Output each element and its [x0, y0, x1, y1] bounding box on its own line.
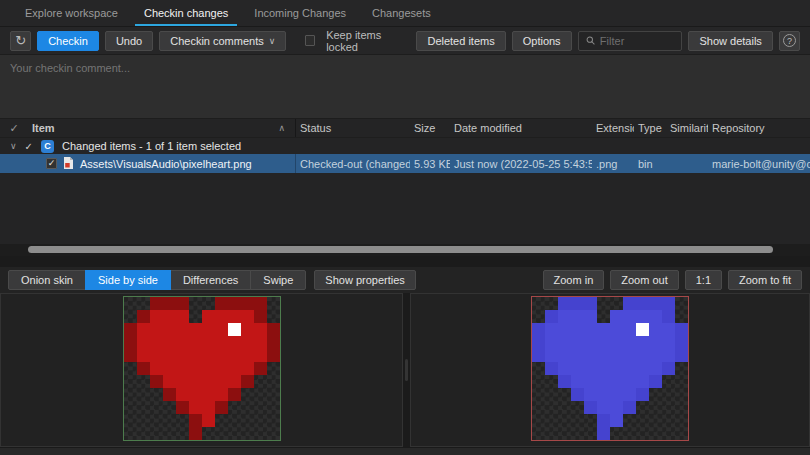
- sort-ascending-icon: ∧: [278, 123, 285, 133]
- table-header-row: ✓ Item ∧ Status Size Date modified Exten…: [0, 119, 810, 138]
- pending-changes-table: ✓ Item ∧ Status Size Date modified Exten…: [0, 119, 810, 256]
- chevron-down-icon: ∨: [269, 36, 276, 46]
- file-type: bin: [634, 158, 666, 170]
- checkin-comment-area: [0, 54, 810, 119]
- zoom-controls: Zoom in Zoom out 1:1 Zoom to fit: [543, 270, 802, 290]
- select-all-check[interactable]: ✓: [0, 122, 28, 135]
- diff-pane-previous: [0, 293, 403, 447]
- column-header-type[interactable]: Type: [634, 122, 666, 134]
- side-by-side-button[interactable]: Side by side: [85, 270, 171, 290]
- file-row-checkbox[interactable]: ✓: [46, 158, 57, 169]
- table-empty-area: [0, 173, 810, 244]
- file-row-pixelheart[interactable]: ✓ Assets\VisualsAudio\pixelheart.png Che…: [0, 154, 810, 173]
- checkin-comment-input[interactable]: [0, 55, 810, 118]
- file-repository: marie-bolt@unity@clou: [708, 158, 810, 170]
- column-header-repository[interactable]: Repository: [708, 122, 810, 134]
- show-details-button[interactable]: Show details: [688, 31, 772, 51]
- column-header-status[interactable]: Status: [296, 122, 410, 134]
- help-button[interactable]: ?: [779, 31, 800, 51]
- horizontal-scrollbar-thumb[interactable]: [28, 246, 773, 253]
- options-button[interactable]: Options: [512, 31, 572, 51]
- bottom-status-strip: [0, 447, 810, 455]
- column-header-extension[interactable]: Extension: [592, 122, 634, 134]
- tab-checkin-changes[interactable]: Checkin changes: [131, 0, 241, 26]
- changed-category-badge: C: [41, 140, 54, 153]
- diff-mode-group: Onion skin Side by side Differences Swip…: [8, 270, 306, 290]
- file-date-modified: Just now (2022-05-25 5:43:52 PM): [450, 158, 592, 170]
- current-image-blue-heart: [531, 296, 689, 441]
- zoom-in-button[interactable]: Zoom in: [543, 270, 605, 290]
- checkin-comments-dropdown[interactable]: Checkin comments ∨: [159, 31, 286, 51]
- column-header-date-modified[interactable]: Date modified: [450, 122, 592, 134]
- filter-input[interactable]: [600, 35, 675, 47]
- horizontal-scrollbar[interactable]: [0, 244, 810, 256]
- version-control-window: Explore workspace Checkin changes Incomi…: [0, 0, 810, 455]
- onion-skin-button[interactable]: Onion skin: [8, 270, 86, 290]
- filter-field-wrap: [578, 31, 683, 51]
- tab-incoming-changes[interactable]: Incoming Changes: [241, 0, 359, 26]
- checkin-toolbar: ↻ Checkin Undo Checkin comments ∨ Keep i…: [0, 27, 810, 54]
- file-status: Checked-out (changed): [296, 158, 410, 170]
- group-check-icon[interactable]: ✓: [25, 141, 33, 152]
- differences-button[interactable]: Differences: [170, 270, 251, 290]
- swipe-button[interactable]: Swipe: [250, 270, 306, 290]
- image-diff-area: [0, 293, 810, 447]
- keep-items-locked-label: Keep items locked: [326, 29, 404, 53]
- checkin-button[interactable]: Checkin: [37, 31, 99, 51]
- diff-toolbar: Onion skin Side by side Differences Swip…: [0, 267, 810, 293]
- keep-items-locked-checkbox[interactable]: [305, 35, 315, 46]
- help-icon: ?: [783, 34, 796, 47]
- column-header-size[interactable]: Size: [410, 122, 450, 134]
- image-file-icon: [63, 157, 74, 170]
- undo-button[interactable]: Undo: [105, 31, 153, 51]
- one-to-one-button[interactable]: 1:1: [685, 270, 722, 290]
- file-path-label: Assets\VisualsAudio\pixelheart.png: [80, 158, 252, 170]
- file-extension: .png: [592, 158, 634, 170]
- show-properties-button[interactable]: Show properties: [314, 270, 416, 290]
- refresh-button[interactable]: ↻: [10, 31, 31, 51]
- horizontal-splitter[interactable]: [0, 256, 810, 267]
- zoom-out-button[interactable]: Zoom out: [610, 270, 678, 290]
- tab-changesets[interactable]: Changesets: [359, 0, 444, 26]
- deleted-items-button[interactable]: Deleted items: [416, 31, 505, 51]
- group-row-label: Changed items - 1 of 1 item selected: [62, 140, 241, 152]
- checkin-comments-label: Checkin comments: [170, 35, 264, 47]
- vertical-splitter[interactable]: [403, 293, 410, 447]
- collapse-chevron-icon[interactable]: ∨: [10, 141, 17, 151]
- previous-image-red-heart: [123, 296, 281, 441]
- zoom-to-fit-button[interactable]: Zoom to fit: [728, 270, 802, 290]
- refresh-icon: ↻: [15, 33, 26, 48]
- vertical-splitter-handle[interactable]: [405, 359, 408, 381]
- diff-pane-current: [410, 293, 810, 447]
- view-tab-bar: Explore workspace Checkin changes Incomi…: [0, 0, 810, 27]
- column-header-similarity[interactable]: Similarity: [666, 122, 708, 134]
- column-header-item[interactable]: Item ∧: [28, 119, 296, 137]
- search-icon: [586, 35, 595, 46]
- changed-items-group-row[interactable]: ∨ ✓ C Changed items - 1 of 1 item select…: [0, 138, 810, 154]
- column-item-label: Item: [32, 122, 55, 134]
- tab-explore-workspace[interactable]: Explore workspace: [12, 0, 131, 26]
- file-size: 5.93 KB: [410, 158, 450, 170]
